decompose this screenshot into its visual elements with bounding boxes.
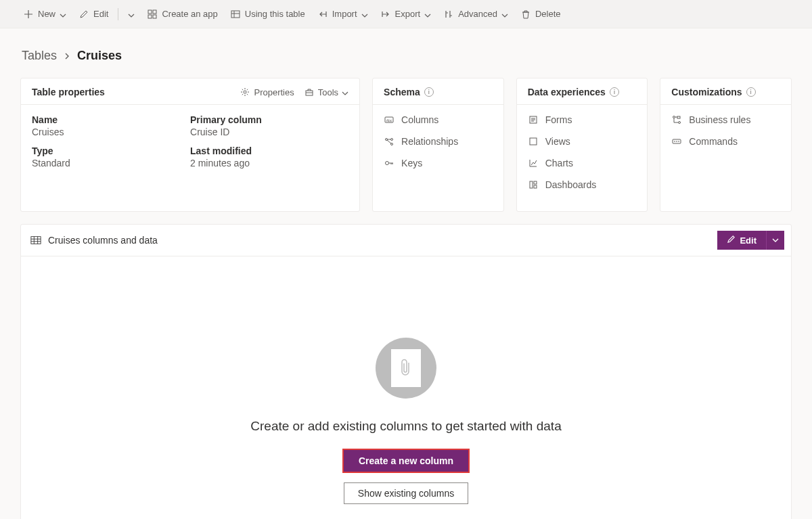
command-bar: New Edit Create an app Using this table …: [0, 0, 812, 28]
empty-illustration: [376, 338, 436, 399]
card-header: Customizations i: [660, 78, 791, 105]
edit-label: Edit: [93, 9, 108, 19]
dashboard-icon: [528, 179, 539, 190]
primary-column-label: Primary column: [190, 114, 348, 125]
type-value: Standard: [32, 158, 190, 168]
grid-icon: [30, 235, 41, 246]
chevron-down-icon: [342, 89, 348, 95]
svg-text:Abc: Abc: [386, 118, 392, 122]
forms-link[interactable]: Forms: [528, 114, 637, 125]
abc-field-icon: Abc: [384, 114, 394, 125]
edit-split-button: Edit: [717, 231, 784, 250]
view-icon: [528, 136, 539, 147]
chevron-down-icon: [128, 11, 135, 18]
svg-rect-2: [148, 15, 152, 18]
name-value: Cruises: [32, 127, 190, 137]
export-label: Export: [395, 9, 421, 19]
views-link[interactable]: Views: [528, 136, 637, 147]
chevron-down-icon: [424, 11, 431, 18]
info-icon[interactable]: i: [746, 87, 756, 97]
using-table-button[interactable]: Using this table: [226, 6, 309, 22]
sliders-icon: [443, 9, 454, 20]
delete-button[interactable]: Delete: [516, 6, 565, 22]
card-header: Schema i: [373, 78, 503, 105]
type-label: Type: [32, 145, 190, 156]
edit-button[interactable]: Edit: [74, 6, 112, 22]
toolbox-icon: [304, 87, 315, 97]
create-column-button[interactable]: Create a new column: [342, 449, 470, 473]
edit-dropdown[interactable]: [124, 8, 139, 20]
properties-label: Properties: [254, 87, 294, 97]
columns-data-panel: Cruises columns and data Edit Create or …: [20, 224, 792, 519]
name-label: Name: [32, 114, 190, 125]
business-rules-link[interactable]: Business rules: [671, 114, 780, 125]
schema-columns-link[interactable]: Abc Columns: [384, 114, 493, 125]
svg-rect-17: [534, 185, 537, 188]
chevron-down-icon: [361, 11, 368, 18]
summary-cards-row: Table properties Properties Tools: [20, 78, 792, 212]
edit-dropdown-button[interactable]: [766, 231, 784, 250]
key-icon: [384, 158, 394, 168]
last-modified-value: 2 minutes ago: [190, 158, 348, 168]
breadcrumb-root[interactable]: Tables: [22, 49, 57, 63]
flow-icon: [671, 114, 682, 125]
table-icon: [230, 9, 241, 20]
link-label: Columns: [401, 114, 438, 125]
svg-rect-4: [231, 11, 240, 18]
advanced-button[interactable]: Advanced: [439, 6, 512, 22]
form-icon: [528, 114, 539, 125]
card-header: Table properties Properties Tools: [21, 78, 359, 105]
card-header-actions: Properties Tools: [240, 87, 348, 97]
svg-rect-14: [530, 138, 537, 145]
advanced-label: Advanced: [458, 9, 497, 19]
card-header: Data experiences i: [517, 78, 648, 105]
card-title: Customizations: [671, 87, 742, 97]
create-app-label: Create an app: [162, 9, 217, 19]
tools-label: Tools: [318, 87, 338, 97]
link-label: Business rules: [689, 114, 750, 125]
using-table-label: Using this table: [245, 9, 305, 19]
svg-rect-3: [153, 15, 156, 18]
delete-label: Delete: [535, 9, 561, 19]
tools-link[interactable]: Tools: [304, 87, 348, 97]
svg-point-10: [391, 139, 393, 141]
trash-icon: [520, 9, 531, 20]
export-icon: [380, 9, 391, 20]
edit-data-button[interactable]: Edit: [717, 231, 766, 250]
data-experiences-card: Data experiences i Forms Views: [516, 78, 648, 212]
charts-link[interactable]: Charts: [528, 158, 637, 168]
export-button[interactable]: Export: [376, 6, 436, 22]
schema-relationships-link[interactable]: Relationships: [384, 136, 493, 147]
link-label: Charts: [545, 158, 573, 168]
svg-point-12: [386, 162, 389, 165]
separator: [118, 8, 118, 20]
show-existing-columns-button[interactable]: Show existing columns: [344, 482, 468, 504]
svg-rect-22: [31, 237, 41, 244]
properties-link[interactable]: Properties: [240, 87, 294, 97]
svg-rect-16: [534, 181, 537, 184]
new-button[interactable]: New: [19, 6, 70, 22]
card-body: Name Cruises Type Standard Primary colum…: [21, 105, 359, 186]
link-label: Relationships: [401, 136, 458, 147]
svg-rect-15: [530, 181, 533, 188]
chevron-down-icon: [501, 11, 508, 18]
pencil-icon: [727, 235, 736, 246]
import-button[interactable]: Import: [313, 6, 372, 22]
link-label: Commands: [689, 136, 738, 147]
svg-point-19: [679, 122, 681, 124]
breadcrumb-current: Cruises: [77, 49, 122, 63]
commands-link[interactable]: Commands: [671, 136, 780, 147]
schema-card: Schema i Abc Columns Relationships: [372, 78, 504, 212]
dashboards-link[interactable]: Dashboards: [528, 179, 637, 190]
create-app-button[interactable]: Create an app: [143, 6, 221, 22]
svg-rect-0: [148, 10, 152, 14]
new-label: New: [38, 9, 55, 19]
info-icon[interactable]: i: [424, 87, 434, 97]
info-icon[interactable]: i: [610, 87, 619, 97]
schema-keys-link[interactable]: Keys: [384, 158, 493, 168]
app-grid-icon: [147, 9, 158, 20]
link-label: Forms: [545, 114, 572, 125]
import-icon: [317, 9, 328, 20]
svg-point-18: [673, 116, 675, 118]
link-label: Dashboards: [545, 179, 597, 190]
